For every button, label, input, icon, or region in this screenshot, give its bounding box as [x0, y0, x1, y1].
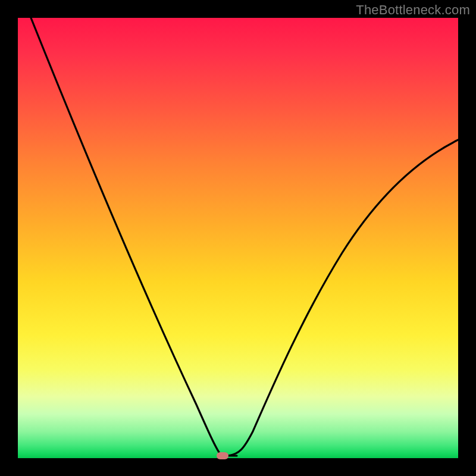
bottleneck-curve	[18, 18, 458, 458]
watermark-text: TheBottleneck.com	[356, 2, 470, 18]
chart-frame: TheBottleneck.com	[0, 0, 476, 476]
plot-area	[18, 18, 458, 458]
optimal-marker	[217, 452, 228, 459]
